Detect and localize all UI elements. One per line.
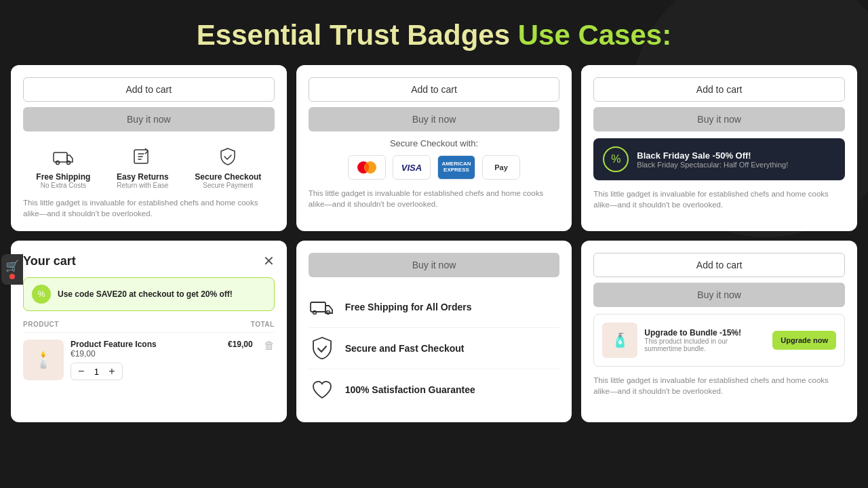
cart-title: Your cart	[23, 254, 76, 268]
card-black-friday: Add to cart Buy it now % Black Friday Sa…	[581, 65, 857, 231]
cart-item: 🕯️ Product Feature Icons €19,00 − 1 + €1…	[23, 340, 275, 380]
upgrade-now-button[interactable]: Upgrade now	[772, 331, 836, 350]
shipping-badge-title: Free Shipping	[36, 172, 90, 182]
quantity-value: 1	[91, 367, 102, 377]
bundle-text: Upgrade to Bundle -15%! This product inc…	[644, 328, 766, 352]
easy-returns-badge: Easy Returns Return with Ease	[117, 144, 169, 189]
cart-column-headers: PRODUCT TOTAL	[23, 321, 275, 333]
card3-desc: This little gadget is invaluable for est…	[593, 188, 845, 210]
apple-pay-icon: Pay	[482, 155, 520, 180]
card-payment-methods: Add to cart Buy it now Secure Checkout w…	[296, 65, 572, 231]
buy-now-button-3[interactable]: Buy it now	[593, 107, 845, 131]
decrease-qty-button[interactable]: −	[77, 365, 85, 378]
shipping-icon	[50, 144, 76, 169]
returns-icon	[130, 144, 155, 169]
trust-list-item-satisfaction: 100% Satisfaction Guarantee	[309, 369, 560, 410]
cart-item-price: €19,00	[71, 349, 221, 359]
amex-icon: AMERICANEXPRESS	[437, 155, 475, 180]
cart-badge-icon: 🛒	[5, 260, 19, 272]
cart-item-image: 🕯️	[23, 340, 64, 380]
cart-item-name: Product Feature Icons	[71, 340, 221, 349]
promo-text: Use code SAVE20 at checkout to get 20% o…	[58, 289, 233, 299]
svg-point-2	[67, 161, 71, 165]
trust-badges-row: Free Shipping No Extra Costs Easy Return…	[23, 144, 275, 189]
visa-icon: VISA	[393, 155, 431, 180]
secure-checkout-badge: Secure Checkout Secure Payment	[195, 144, 261, 189]
shield-check-icon	[309, 335, 336, 362]
cart-notification-dot	[9, 274, 15, 279]
add-to-cart-button-1[interactable]: Add to cart	[23, 77, 275, 102]
bf-title: Black Friday Sale -50% Off!	[637, 150, 788, 161]
secure-icon	[215, 144, 241, 169]
svg-point-7	[313, 311, 316, 314]
cart-item-info: Product Feature Icons €19,00 − 1 +	[71, 340, 221, 380]
add-to-cart-button-3[interactable]: Add to cart	[593, 77, 845, 102]
bundle-sub: This product included in our summertime …	[644, 338, 766, 352]
card-trust-list: Buy it now Free Shipping for All Orders	[296, 241, 572, 422]
bundle-image: 🧴	[602, 323, 637, 358]
cart-item-total: €19,00	[228, 340, 253, 349]
returns-badge-title: Easy Returns	[117, 172, 169, 182]
card2-desc: This little gadget is invaluable for est…	[309, 188, 560, 209]
percent-icon: %	[603, 146, 629, 172]
cart-card: 🛒 Your cart ✕ % Use code SAVE20 at check…	[11, 241, 287, 422]
card-trust-badges: Add to cart Buy it now Free Shipping No …	[11, 65, 287, 231]
cards-grid: Add to cart Buy it now Free Shipping No …	[0, 65, 868, 231]
card-bundle: Add to cart Buy it now 🧴 Upgrade to Bund…	[581, 241, 857, 422]
quantity-control: − 1 +	[71, 363, 123, 380]
page-title: Essential Trust Badges Use Cases:	[0, 0, 868, 65]
secure-badge-title: Secure Checkout	[195, 172, 261, 182]
returns-badge-sub: Return with Ease	[117, 182, 168, 189]
card1-desc: This little gadget is invaluable for est…	[23, 197, 275, 219]
svg-point-1	[56, 161, 60, 165]
add-to-cart-button-2[interactable]: Add to cart	[309, 77, 560, 102]
bf-text: Black Friday Sale -50% Off! Black Friday…	[637, 150, 788, 169]
buy-now-button-1[interactable]: Buy it now	[23, 107, 275, 131]
add-to-cart-button-6[interactable]: Add to cart	[593, 253, 845, 277]
secure-list-label: Secure and Fast Checkout	[345, 343, 465, 354]
promo-banner: % Use code SAVE20 at checkout to get 20%…	[23, 277, 275, 311]
bf-sub: Black Friday Spectacular: Half Off Every…	[637, 161, 788, 169]
cart-header: Your cart ✕	[23, 253, 275, 269]
payment-icons-row: VISA AMERICANEXPRESS Pay	[309, 155, 560, 180]
product-col-header: PRODUCT	[23, 321, 59, 328]
mastercard-icon	[348, 155, 386, 180]
close-cart-button[interactable]: ✕	[263, 253, 275, 269]
svg-rect-6	[311, 302, 326, 312]
free-shipping-badge: Free Shipping No Extra Costs	[36, 144, 90, 189]
promo-percent-icon: %	[32, 285, 51, 304]
svg-rect-0	[54, 152, 67, 162]
increase-qty-button[interactable]: +	[107, 365, 116, 378]
shipping-badge-sub: No Extra Costs	[41, 182, 86, 189]
buy-now-button-6[interactable]: Buy it now	[593, 283, 845, 307]
bottom-cards-grid: 🛒 Your cart ✕ % Use code SAVE20 at check…	[0, 241, 868, 422]
trust-list-item-secure: Secure and Fast Checkout	[309, 328, 560, 369]
heart-icon	[309, 376, 336, 403]
shipping-list-label: Free Shipping for All Orders	[345, 302, 472, 312]
card6-desc: This little gadget is invaluable for est…	[593, 375, 845, 396]
cart-badge-overlay: 🛒	[1, 254, 23, 285]
buy-now-button-2[interactable]: Buy it now	[309, 107, 560, 131]
bundle-title: Upgrade to Bundle -15%!	[644, 328, 766, 338]
trust-list: Free Shipping for All Orders Secure and …	[309, 287, 560, 410]
secure-checkout-label: Secure Checkout with:	[309, 138, 560, 148]
svg-point-8	[326, 311, 330, 314]
satisfaction-list-label: 100% Satisfaction Guarantee	[345, 384, 475, 395]
black-friday-banner: % Black Friday Sale -50% Off! Black Frid…	[593, 138, 845, 180]
trust-list-item-shipping: Free Shipping for All Orders	[309, 287, 560, 328]
delete-item-button[interactable]: 🗑	[264, 340, 275, 352]
truck-icon	[309, 293, 336, 321]
secure-badge-sub: Secure Payment	[203, 182, 253, 189]
bundle-banner: 🧴 Upgrade to Bundle -15%! This product i…	[593, 314, 845, 367]
buy-now-button-5[interactable]: Buy it now	[309, 253, 560, 277]
total-col-header: TOTAL	[251, 321, 275, 328]
